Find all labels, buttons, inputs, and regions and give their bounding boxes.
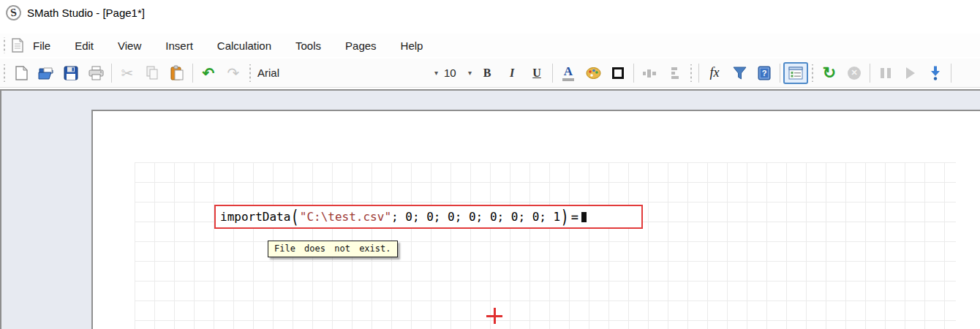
toolbar-separator — [951, 64, 951, 83]
open-folder-icon — [38, 65, 55, 81]
cut-button[interactable]: ✂ — [115, 62, 140, 84]
menubar-grip[interactable] — [1, 37, 7, 53]
window-title: SMath Studio - [Page1*] — [27, 7, 145, 19]
run-debug-button[interactable] — [898, 62, 923, 84]
toolbar-separator — [192, 64, 193, 83]
toolbar-grip[interactable] — [688, 64, 694, 82]
background-color-button[interactable] — [581, 62, 606, 84]
reference-book-button[interactable]: ? — [752, 62, 777, 84]
menu-tools[interactable]: Tools — [294, 37, 323, 55]
play-icon — [906, 67, 915, 79]
font-name-combo[interactable]: Arial ▾ — [255, 64, 441, 83]
toolbar-grip[interactable] — [1, 64, 7, 82]
open-file-button[interactable] — [34, 62, 59, 84]
toolbar: ✂ ↶ ↷ — [0, 58, 980, 88]
toolbar-separator — [552, 64, 553, 83]
copy-icon — [144, 65, 160, 81]
save-floppy-icon — [63, 65, 79, 81]
cut-scissors-icon: ✂ — [121, 66, 134, 80]
toolbar-separator — [870, 64, 870, 83]
chevron-down-icon: ▾ — [434, 69, 438, 77]
stop-icon: ✕ — [848, 67, 861, 80]
menu-bar: File Edit View Insert Calculation Tools … — [0, 34, 980, 57]
align-vertical-button[interactable] — [662, 62, 687, 84]
align-horizontal-button[interactable] — [637, 62, 662, 84]
side-panel-toggle-button[interactable] — [783, 62, 808, 84]
help-book-icon: ? — [756, 65, 772, 81]
underline-icon: U — [532, 67, 541, 80]
stop-calculation-button[interactable]: ✕ — [842, 62, 867, 84]
menu-edit[interactable]: Edit — [73, 37, 95, 55]
recalculate-button[interactable]: ↻ — [817, 62, 842, 84]
toolbar-separator — [111, 64, 112, 83]
italic-icon: I — [510, 67, 514, 80]
undo-button[interactable]: ↶ — [196, 62, 221, 84]
italic-button[interactable]: I — [500, 62, 524, 84]
menu-help[interactable]: Help — [399, 37, 425, 55]
worksheet-grid[interactable] — [135, 162, 956, 329]
align-horizontal-icon — [641, 65, 657, 81]
filter-button[interactable] — [727, 62, 752, 84]
font-color-icon: A — [562, 65, 574, 81]
underline-button[interactable]: U — [524, 62, 549, 84]
menu-pages[interactable]: Pages — [344, 37, 378, 55]
menu-insert[interactable]: Insert — [164, 37, 195, 55]
smath-studio-window: S SMath Studio - [Page1*] File Edit View… — [0, 0, 980, 329]
app-logo-icon: S — [5, 4, 23, 21]
pause-icon — [881, 68, 891, 78]
title-bar: S SMath Studio - [Page1*] — [0, 0, 980, 25]
copy-button[interactable] — [140, 62, 165, 84]
menu-file[interactable]: File — [31, 37, 52, 55]
filter-funnel-icon — [731, 65, 748, 81]
printer-icon — [88, 65, 105, 81]
chevron-down-icon: ▾ — [468, 69, 472, 77]
new-document-button[interactable] — [9, 62, 34, 84]
align-vertical-icon — [666, 65, 682, 81]
bold-button[interactable]: B — [475, 62, 500, 84]
recalculate-refresh-icon: ↻ — [823, 65, 836, 81]
redo-button[interactable]: ↷ — [221, 62, 246, 84]
step-down-arrow-icon — [927, 65, 943, 81]
menu-calculation[interactable]: Calculation — [216, 37, 273, 55]
bold-icon: B — [483, 67, 491, 80]
result-placeholder — [581, 212, 587, 222]
font-color-button[interactable]: A — [556, 62, 581, 84]
menu-view[interactable]: View — [116, 37, 143, 55]
toolbar-grip[interactable] — [810, 64, 815, 82]
new-document-icon — [13, 65, 29, 81]
toolbar-separator — [698, 64, 699, 83]
formula-string-argument: "C:\test.csv" — [300, 210, 391, 224]
insertion-crosshair — [486, 308, 502, 324]
error-tooltip: File does not exist. — [268, 241, 398, 257]
palette-icon — [585, 65, 602, 81]
step-debug-button[interactable] — [923, 62, 948, 84]
function-fx-icon: fx — [710, 65, 720, 80]
formula-numeric-arguments: ; 0; 0; 0; 0; 0; 0; 0; 1 — [391, 210, 560, 224]
formula-error-region[interactable]: importData("C:\test.csv"; 0; 0; 0; 0; 0;… — [214, 205, 643, 229]
toolbar-separator — [780, 64, 780, 83]
font-size-value: 10 — [444, 67, 456, 79]
document-page-icon — [11, 38, 24, 53]
save-button[interactable] — [59, 62, 83, 84]
formula-equals-sign: = — [571, 210, 578, 224]
panel-window-icon — [788, 65, 804, 81]
undo-icon: ↶ — [203, 66, 215, 80]
font-size-combo[interactable]: 10 ▾ — [441, 64, 475, 83]
formula-function-name: importData — [220, 210, 290, 224]
toolbar-grip[interactable] — [247, 64, 253, 82]
print-button[interactable] — [83, 62, 108, 84]
svg-text:?: ? — [762, 69, 767, 77]
paste-clipboard-icon — [169, 65, 185, 81]
border-box-icon — [612, 67, 624, 79]
border-button[interactable] — [606, 62, 630, 84]
paste-button[interactable] — [165, 62, 189, 84]
redo-icon: ↷ — [227, 66, 240, 80]
font-name-value: Arial — [257, 67, 279, 79]
pause-debug-button[interactable] — [873, 62, 898, 84]
toolbar-separator — [633, 64, 634, 83]
insert-function-button[interactable]: fx — [702, 62, 727, 84]
